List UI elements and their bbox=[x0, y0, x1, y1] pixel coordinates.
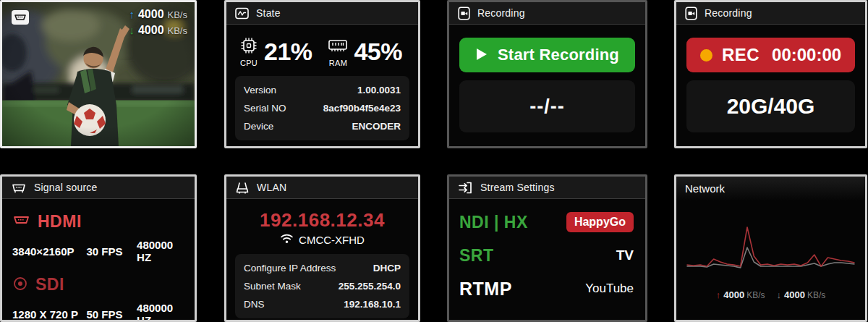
upload-value: 4000 bbox=[138, 8, 164, 21]
rtmp-protocol-name: RTMP bbox=[459, 279, 512, 300]
network-chart bbox=[676, 201, 865, 279]
ndi-protocol-name: NDI | HX bbox=[459, 213, 528, 232]
upload-unit: KB/s bbox=[746, 290, 765, 300]
hdmi-name: HDMI bbox=[38, 212, 82, 232]
info-label: Configure IP Address bbox=[244, 263, 336, 274]
download-value: 4000 bbox=[784, 289, 805, 300]
info-label: DNS bbox=[244, 299, 265, 310]
wlan-tile: WLAN 192.168.12.34 CMCC-XFHD Configure I… bbox=[224, 174, 420, 322]
upload-rate: ↑ 4000 KB/s bbox=[129, 8, 187, 24]
download-unit: KB/s bbox=[168, 25, 187, 36]
wlan-ip-address: 192.168.12.34 bbox=[235, 209, 409, 232]
start-recording-button[interactable]: Start Recording bbox=[459, 38, 635, 72]
srt-target: TV bbox=[616, 247, 634, 263]
cpu-value: 21% bbox=[264, 38, 312, 66]
info-row-dns: DNS 192.168.10.1 bbox=[244, 295, 401, 313]
info-label: Device bbox=[244, 121, 273, 132]
info-row-version: Version 1.00.0031 bbox=[244, 81, 401, 99]
cpu-label: CPU bbox=[240, 59, 258, 67]
play-icon bbox=[475, 47, 488, 64]
hdmi-resolution: 3840×2160P bbox=[12, 245, 87, 258]
sdi-resolution: 1280 X 720 P bbox=[12, 308, 87, 321]
upload-arrow-icon: ↑ bbox=[716, 289, 721, 300]
info-value: DHCP bbox=[373, 263, 401, 274]
info-row-device: Device ENCODER bbox=[244, 117, 401, 135]
wlan-info-box: Configure IP Address DHCP Subnet Mask 25… bbox=[235, 254, 409, 318]
protocol-row-rtmp[interactable]: RTMP YouTube bbox=[458, 273, 637, 305]
throughput-line-chart bbox=[684, 217, 858, 276]
video-preview-tile: ↑ 4000 KB/s ↓ 4000 KB/s bbox=[0, 0, 197, 148]
wlan-ssid: CMCC-XFHD bbox=[299, 234, 365, 246]
bnc-connector-icon bbox=[12, 276, 28, 295]
state-title: State bbox=[256, 7, 281, 19]
stop-recording-button[interactable]: REC 00:00:00 bbox=[686, 38, 855, 72]
upload-unit: KB/s bbox=[168, 9, 187, 20]
signal-source-tile: Signal source HDMI 3840×2160P 30 FPS 480… bbox=[0, 174, 197, 322]
protocol-row-srt[interactable]: SRT TV bbox=[458, 240, 637, 271]
protocol-row-ndi[interactable]: NDI | HX HappyGo bbox=[458, 206, 637, 238]
rec-dot-icon bbox=[700, 49, 712, 62]
recording-title: Recording bbox=[705, 7, 752, 19]
network-tile: Network ↑4000KB/s ↓4000KB/s bbox=[674, 174, 867, 322]
info-label: Serial NO bbox=[244, 103, 286, 114]
state-icon bbox=[235, 7, 249, 20]
stream-settings-tile: Stream Settings NDI | HX HappyGo SRT TV … bbox=[447, 174, 647, 322]
storage-display: --/-- bbox=[459, 80, 635, 132]
info-value: 255.255.254.0 bbox=[339, 281, 401, 292]
cpu-stat: CPU 21% bbox=[239, 36, 312, 67]
sdi-input-row[interactable]: SDI bbox=[12, 275, 186, 295]
download-unit: KB/s bbox=[807, 290, 825, 300]
hdmi-specs: 3840×2160P 30 FPS 480000 HZ bbox=[12, 239, 186, 263]
info-value: 8acf90b4f5e4e23 bbox=[323, 103, 401, 114]
legend-upload: ↑4000KB/s bbox=[716, 289, 765, 300]
info-label: Subnet Mask bbox=[244, 281, 301, 292]
recording-header: Recording bbox=[449, 2, 645, 25]
sdi-specs: 1280 X 720 P 50 FPS 480000 HZ bbox=[12, 302, 186, 322]
hdmi-port-icon bbox=[12, 214, 30, 230]
rtmp-target: YouTube bbox=[585, 281, 634, 296]
upload-arrow-icon: ↑ bbox=[129, 8, 135, 20]
stream-settings-header: Stream Settings bbox=[449, 177, 645, 199]
recording-idle-tile: Recording Start Recording --/-- bbox=[447, 0, 647, 148]
network-legend: ↑4000KB/s ↓4000KB/s bbox=[676, 289, 865, 300]
cpu-chip-icon bbox=[239, 36, 258, 58]
legend-download: ↓4000KB/s bbox=[777, 289, 826, 300]
hdmi-source-chip-icon bbox=[11, 9, 30, 28]
device-info-box: Version 1.00.0031 Serial NO 8acf90b4f5e4… bbox=[235, 76, 409, 140]
info-row-serial: Serial NO 8acf90b4f5e4e23 bbox=[244, 99, 401, 117]
ram-stat: RAM 45% bbox=[328, 36, 402, 67]
download-value: 4000 bbox=[138, 24, 164, 37]
recording-file-icon bbox=[685, 7, 697, 20]
cpu-ram-stats: CPU 21% bbox=[235, 30, 409, 70]
state-tile: State bbox=[224, 0, 420, 148]
hdmi-frequency: 480000 HZ bbox=[137, 239, 186, 263]
sdi-name: SDI bbox=[35, 275, 64, 295]
storage-value: 20G/40G bbox=[727, 94, 815, 119]
wlan-title: WLAN bbox=[257, 182, 286, 193]
signal-source-header: Signal source bbox=[2, 177, 195, 199]
info-label: Version bbox=[244, 85, 276, 96]
info-row-subnet: Subnet Mask 255.255.254.0 bbox=[244, 277, 401, 295]
wlan-header: WLAN bbox=[226, 177, 418, 199]
ndi-target-badge[interactable]: HappyGo bbox=[566, 212, 634, 232]
state-header: State bbox=[226, 2, 418, 25]
recording-header: Recording bbox=[676, 2, 865, 25]
recording-file-icon bbox=[458, 7, 470, 20]
signal-source-port-icon bbox=[11, 182, 27, 194]
info-value: 192.168.10.1 bbox=[344, 299, 401, 310]
download-rate: ↓ 4000 KB/s bbox=[129, 24, 187, 40]
hdmi-fps: 30 FPS bbox=[87, 245, 137, 258]
router-icon bbox=[235, 181, 250, 195]
bitrate-overlay: ↑ 4000 KB/s ↓ 4000 KB/s bbox=[129, 8, 187, 40]
signal-source-title: Signal source bbox=[34, 182, 97, 193]
rec-timer: 00:00:00 bbox=[772, 45, 841, 65]
info-value: ENCODER bbox=[352, 121, 401, 132]
upload-value: 4000 bbox=[723, 289, 744, 300]
ram-value: 45% bbox=[354, 38, 402, 66]
wlan-ssid-row: CMCC-XFHD bbox=[235, 233, 409, 246]
ram-stick-icon bbox=[328, 36, 348, 58]
start-recording-label: Start Recording bbox=[498, 46, 619, 64]
wifi-icon bbox=[280, 233, 294, 246]
hdmi-input-row[interactable]: HDMI bbox=[12, 212, 186, 232]
storage-value: --/-- bbox=[529, 96, 564, 118]
